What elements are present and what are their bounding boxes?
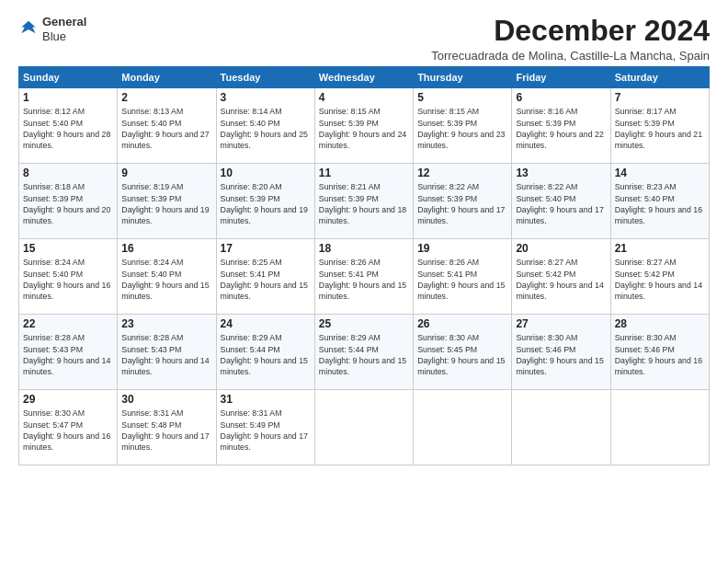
- col-wednesday: Wednesday: [314, 67, 413, 88]
- table-row: 4 Sunrise: 8:15 AMSunset: 5:39 PMDayligh…: [314, 88, 413, 164]
- day-number: 3: [221, 91, 311, 104]
- table-row: 12 Sunrise: 8:22 AMSunset: 5:39 PMDaylig…: [414, 164, 512, 239]
- day-info: Sunrise: 8:24 AMSunset: 5:40 PMDaylight:…: [121, 258, 209, 301]
- day-info: Sunrise: 8:29 AMSunset: 5:44 PMDaylight:…: [221, 333, 308, 376]
- day-number: 25: [319, 317, 409, 330]
- day-number: 13: [516, 167, 606, 179]
- day-number: 28: [615, 317, 705, 330]
- day-number: 17: [221, 242, 311, 255]
- day-number: 7: [615, 91, 705, 104]
- day-info: Sunrise: 8:30 AMSunset: 5:47 PMDaylight:…: [23, 408, 110, 452]
- day-info: Sunrise: 8:30 AMSunset: 5:45 PMDaylight:…: [417, 333, 505, 376]
- table-row: 13 Sunrise: 8:22 AMSunset: 5:40 PMDaylig…: [512, 164, 610, 239]
- table-row: 24 Sunrise: 8:29 AMSunset: 5:44 PMDaylig…: [216, 315, 314, 390]
- day-info: Sunrise: 8:19 AMSunset: 5:39 PMDaylight:…: [121, 182, 209, 225]
- day-info: Sunrise: 8:27 AMSunset: 5:42 PMDaylight:…: [615, 258, 702, 301]
- day-number: 31: [221, 393, 311, 406]
- calendar-week-row: 29 Sunrise: 8:30 AMSunset: 5:47 PMDaylig…: [19, 390, 710, 465]
- table-row: 2 Sunrise: 8:13 AMSunset: 5:40 PMDayligh…: [118, 88, 216, 164]
- day-info: Sunrise: 8:24 AMSunset: 5:40 PMDaylight:…: [23, 258, 110, 301]
- table-row: 18 Sunrise: 8:26 AMSunset: 5:41 PMDaylig…: [314, 239, 413, 315]
- day-info: Sunrise: 8:22 AMSunset: 5:40 PMDaylight:…: [516, 182, 603, 225]
- day-number: 27: [516, 317, 606, 330]
- logo-general: General: [42, 15, 86, 29]
- table-row: 9 Sunrise: 8:19 AMSunset: 5:39 PMDayligh…: [118, 164, 216, 239]
- day-number: 30: [121, 393, 211, 406]
- table-row: 21 Sunrise: 8:27 AMSunset: 5:42 PMDaylig…: [610, 239, 709, 315]
- day-number: 8: [23, 167, 113, 179]
- table-row: 30 Sunrise: 8:31 AMSunset: 5:48 PMDaylig…: [118, 390, 216, 465]
- day-info: Sunrise: 8:16 AMSunset: 5:39 PMDaylight:…: [516, 107, 603, 150]
- calendar-header-row: Sunday Monday Tuesday Wednesday Thursday…: [19, 67, 710, 88]
- day-info: Sunrise: 8:31 AMSunset: 5:49 PMDaylight:…: [221, 408, 308, 452]
- table-row: [414, 390, 512, 465]
- day-number: 18: [319, 242, 409, 255]
- table-row: 16 Sunrise: 8:24 AMSunset: 5:40 PMDaylig…: [118, 239, 216, 315]
- table-row: 19 Sunrise: 8:26 AMSunset: 5:41 PMDaylig…: [414, 239, 512, 315]
- table-row: 28 Sunrise: 8:30 AMSunset: 5:46 PMDaylig…: [610, 315, 709, 390]
- day-info: Sunrise: 8:30 AMSunset: 5:46 PMDaylight:…: [615, 333, 702, 376]
- day-number: 14: [615, 167, 705, 179]
- day-number: 16: [121, 242, 211, 255]
- col-tuesday: Tuesday: [216, 67, 314, 88]
- table-row: 26 Sunrise: 8:30 AMSunset: 5:45 PMDaylig…: [414, 315, 512, 390]
- calendar-week-row: 1 Sunrise: 8:12 AMSunset: 5:40 PMDayligh…: [19, 88, 710, 164]
- day-info: Sunrise: 8:30 AMSunset: 5:46 PMDaylight:…: [516, 333, 603, 376]
- day-info: Sunrise: 8:20 AMSunset: 5:39 PMDaylight:…: [221, 182, 308, 225]
- table-row: 5 Sunrise: 8:15 AMSunset: 5:39 PMDayligh…: [414, 88, 512, 164]
- col-monday: Monday: [118, 67, 216, 88]
- calendar-week-row: 15 Sunrise: 8:24 AMSunset: 5:40 PMDaylig…: [19, 239, 710, 315]
- day-number: 10: [221, 167, 311, 179]
- day-number: 21: [615, 242, 705, 255]
- header: General Blue December 2024 Torrecuadrada…: [18, 15, 710, 63]
- col-thursday: Thursday: [414, 67, 512, 88]
- day-info: Sunrise: 8:23 AMSunset: 5:40 PMDaylight:…: [615, 182, 702, 225]
- table-row: 11 Sunrise: 8:21 AMSunset: 5:39 PMDaylig…: [314, 164, 413, 239]
- table-row: 29 Sunrise: 8:30 AMSunset: 5:47 PMDaylig…: [19, 390, 118, 465]
- calendar-page: General Blue December 2024 Torrecuadrada…: [0, 0, 728, 563]
- title-area: December 2024 Torrecuadrada de Molina, C…: [431, 15, 710, 63]
- day-number: 20: [516, 242, 606, 255]
- day-info: Sunrise: 8:25 AMSunset: 5:41 PMDaylight:…: [221, 258, 308, 301]
- day-info: Sunrise: 8:29 AMSunset: 5:44 PMDaylight:…: [319, 333, 406, 376]
- logo-blue: Blue: [42, 29, 86, 44]
- table-row: 1 Sunrise: 8:12 AMSunset: 5:40 PMDayligh…: [19, 88, 118, 164]
- table-row: [610, 390, 709, 465]
- day-info: Sunrise: 8:17 AMSunset: 5:39 PMDaylight:…: [615, 107, 702, 150]
- col-friday: Friday: [512, 67, 610, 88]
- day-number: 26: [417, 317, 507, 330]
- day-number: 4: [319, 91, 409, 104]
- day-number: 29: [23, 393, 113, 406]
- day-number: 1: [23, 91, 113, 104]
- col-sunday: Sunday: [19, 67, 118, 88]
- table-row: 14 Sunrise: 8:23 AMSunset: 5:40 PMDaylig…: [610, 164, 709, 239]
- day-number: 9: [121, 167, 211, 179]
- table-row: 31 Sunrise: 8:31 AMSunset: 5:49 PMDaylig…: [216, 390, 314, 465]
- day-info: Sunrise: 8:12 AMSunset: 5:40 PMDaylight:…: [23, 107, 110, 150]
- svg-marker-0: [21, 20, 35, 33]
- col-saturday: Saturday: [610, 67, 709, 88]
- day-number: 24: [221, 317, 311, 330]
- month-title: December 2024: [431, 15, 710, 47]
- day-number: 12: [417, 167, 507, 179]
- logo: General Blue: [18, 15, 86, 43]
- day-number: 6: [516, 91, 606, 104]
- table-row: 20 Sunrise: 8:27 AMSunset: 5:42 PMDaylig…: [512, 239, 610, 315]
- day-number: 19: [417, 242, 507, 255]
- calendar-week-row: 8 Sunrise: 8:18 AMSunset: 5:39 PMDayligh…: [19, 164, 710, 239]
- table-row: 6 Sunrise: 8:16 AMSunset: 5:39 PMDayligh…: [512, 88, 610, 164]
- day-info: Sunrise: 8:28 AMSunset: 5:43 PMDaylight:…: [23, 333, 110, 376]
- day-info: Sunrise: 8:15 AMSunset: 5:39 PMDaylight:…: [319, 107, 406, 150]
- day-info: Sunrise: 8:22 AMSunset: 5:39 PMDaylight:…: [417, 182, 505, 225]
- day-info: Sunrise: 8:27 AMSunset: 5:42 PMDaylight:…: [516, 258, 603, 301]
- table-row: 17 Sunrise: 8:25 AMSunset: 5:41 PMDaylig…: [216, 239, 314, 315]
- table-row: 22 Sunrise: 8:28 AMSunset: 5:43 PMDaylig…: [19, 315, 118, 390]
- day-info: Sunrise: 8:15 AMSunset: 5:39 PMDaylight:…: [417, 107, 505, 150]
- day-info: Sunrise: 8:31 AMSunset: 5:48 PMDaylight:…: [121, 408, 209, 452]
- day-number: 11: [319, 167, 409, 179]
- table-row: [512, 390, 610, 465]
- day-info: Sunrise: 8:18 AMSunset: 5:39 PMDaylight:…: [23, 182, 110, 225]
- day-number: 23: [121, 317, 211, 330]
- day-info: Sunrise: 8:26 AMSunset: 5:41 PMDaylight:…: [417, 258, 505, 301]
- table-row: 10 Sunrise: 8:20 AMSunset: 5:39 PMDaylig…: [216, 164, 314, 239]
